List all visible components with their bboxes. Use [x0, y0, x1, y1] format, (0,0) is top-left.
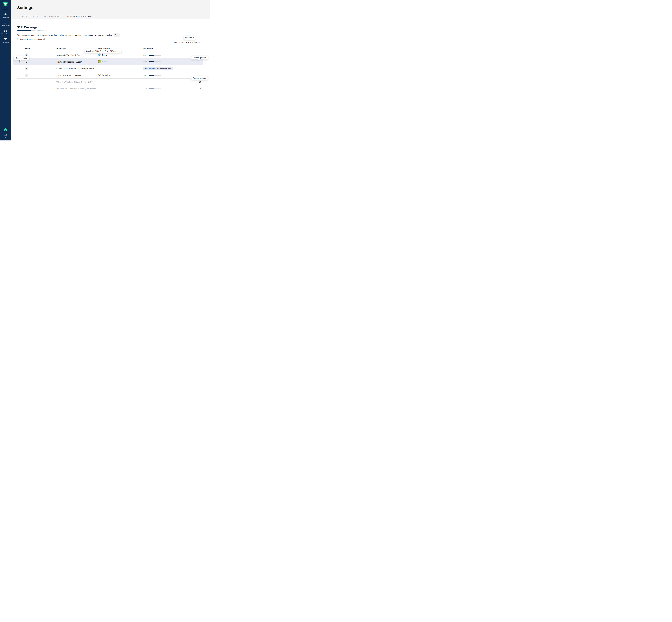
data-source-cell: M365 [98, 59, 107, 65]
data-source-label: Workday [102, 74, 110, 76]
coverage-cell: - [143, 78, 148, 85]
question-text: What Are The Last 4 Digits Of Your SSN? [57, 78, 94, 85]
coverage-cell: 23% [143, 72, 161, 78]
data-source-cell: - [98, 65, 98, 72]
dynamic-questions-row: Include dynamic questions [17, 38, 45, 40]
coverage-title: 90% Coverage [17, 26, 37, 29]
avatar-initials: YW [4, 135, 6, 137]
settings-gear-icon[interactable] [4, 128, 7, 132]
sidebar-item-label: Dashboard [0, 16, 11, 18]
data-source-label: - [98, 67, 98, 70]
column-header-number: NUMBER [17, 48, 36, 50]
coverage-ratio: (1,800/2,000) [37, 30, 47, 32]
question-number-dash: - [25, 85, 28, 88]
data-source-cell: W Workday [98, 72, 110, 78]
sidebar-item-label: Verifications [0, 33, 11, 35]
drag-tooltip: Drag to reorder [14, 56, 29, 60]
coverage-percent: 23% [143, 74, 148, 76]
question-number-badge: 2 [25, 60, 28, 64]
coverage-description: Your workforce meets the requirement for… [17, 34, 113, 36]
coverage-bar [149, 61, 161, 62]
exclude-tooltip: Exclude question [191, 56, 208, 60]
coverage-percent: 23% [143, 88, 148, 90]
gauge-icon [0, 13, 11, 16]
page-title: Settings [17, 5, 33, 10]
updated-timestamp: Jan 15, 2025, 2:32 PM (UTC+2) [174, 41, 201, 43]
table-row: 4 Email Sent In Past 7 Days? W Workday 2… [17, 72, 203, 78]
column-header-question: QUESTION [57, 48, 66, 50]
dropdown-value: 2 [115, 34, 116, 36]
svg-text:W: W [98, 75, 100, 77]
question-number-badge: 3 [25, 67, 28, 70]
data-source-label: Entra [102, 54, 107, 56]
sidebar-item-conversations[interactable]: Conversations [0, 21, 11, 26]
workday-icon: W [98, 73, 101, 77]
restore-tooltip: Restore question [191, 76, 208, 80]
tab-user-management[interactable]: USER MANAGEMENT [41, 14, 65, 19]
question-text: Who Did You Chat With Recently Via Teams… [57, 85, 97, 92]
question-count-dropdown[interactable]: 2 [114, 33, 120, 37]
add-permissions-button[interactable]: Add permissions to get more data [143, 67, 173, 70]
sidebar: Dashboard Conversations Verifications [0, 0, 11, 140]
coverage-cell: 23% [143, 85, 161, 92]
restore-question-button[interactable] [197, 85, 202, 92]
include-dynamic-checkbox[interactable] [17, 38, 19, 40]
updated-at-tooltip: Updated at [184, 36, 196, 40]
m365-icon [98, 60, 101, 64]
coverage-description-row: Your workforce meets the requirement for… [17, 33, 120, 37]
coverage-percent: 23% [143, 54, 148, 56]
video-camera-icon [0, 21, 11, 24]
table-row: - What Are The Last 4 Digits Of Your SSN… [17, 78, 203, 85]
sidebar-item-label: Conversations [0, 25, 11, 26]
coverage-progress-fill [17, 30, 31, 31]
checkbox-label: Include dynamic questions [20, 38, 42, 40]
coverage-progress-bar [17, 30, 35, 31]
entra-icon [98, 53, 101, 57]
sidebar-divider [3, 9, 8, 9]
question-number-dash: - [25, 79, 28, 81]
chevron-down-icon [117, 35, 119, 35]
coverage-bar [149, 75, 161, 76]
sidebar-item-dashboard[interactable]: Dashboard [0, 13, 11, 18]
coverage-cell: 23% [143, 52, 161, 59]
coverage-percent: 23% [143, 61, 148, 63]
sidebar-item-integrations[interactable]: Integrations [0, 38, 11, 43]
coverage-bar [149, 88, 161, 89]
coverage-percent: - [143, 81, 148, 83]
data-source-tooltip: User.Read.All for Entra ID or HRIS syste… [85, 49, 122, 53]
question-number-badge: 4 [25, 73, 28, 77]
tab-protected-users[interactable]: PROTECTED USERS [17, 14, 41, 19]
question-text: Out Of Office Blocks In Upcoming 4 Weeks… [57, 65, 96, 72]
tab-verification-questions[interactable]: VERIFICATION QUESTIONS [65, 14, 95, 19]
avatar[interactable]: YW [4, 134, 7, 138]
tab-bar: PROTECTED USERS USER MANAGEMENT VERIFICA… [17, 14, 95, 19]
table-row: 3 Out Of Office Blocks In Upcoming 4 Wee… [17, 65, 203, 72]
coverage-bar [149, 55, 161, 56]
info-icon[interactable] [43, 38, 45, 40]
puzzle-icon [0, 38, 11, 41]
table-row: 2 Meeting In Upcoming Week? M365 23% [17, 59, 203, 65]
app-logo-icon [3, 2, 8, 7]
drag-handle-icon[interactable] [20, 60, 21, 63]
sidebar-item-label: Integrations [0, 41, 11, 43]
sidebar-item-verifications[interactable]: Verifications [0, 29, 11, 35]
data-source-label: M365 [102, 61, 107, 63]
question-text: Email Sent In Past 7 Days? [57, 72, 81, 78]
table-row: - Who Did You Chat With Recently Via Tea… [17, 85, 203, 92]
question-text: Meeting In The Past 7 Days? [57, 52, 83, 59]
headset-icon [0, 29, 11, 33]
question-text: Meeting In Upcoming Week? [57, 59, 82, 65]
coverage-cell: 23% [143, 59, 161, 65]
column-header-coverage: COVERAGE [143, 48, 154, 50]
